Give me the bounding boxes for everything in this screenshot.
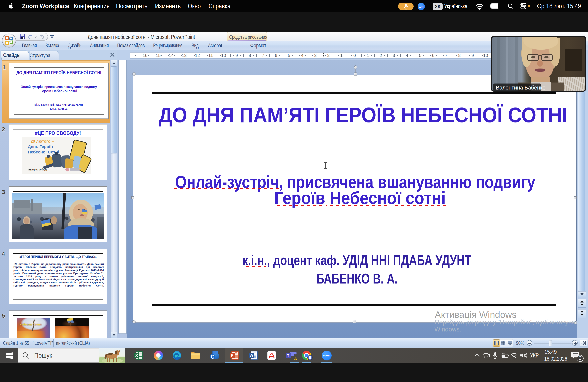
svg-text:T: T <box>287 353 289 358</box>
svg-text:W: W <box>250 353 253 358</box>
svg-text:P: P <box>231 353 233 358</box>
